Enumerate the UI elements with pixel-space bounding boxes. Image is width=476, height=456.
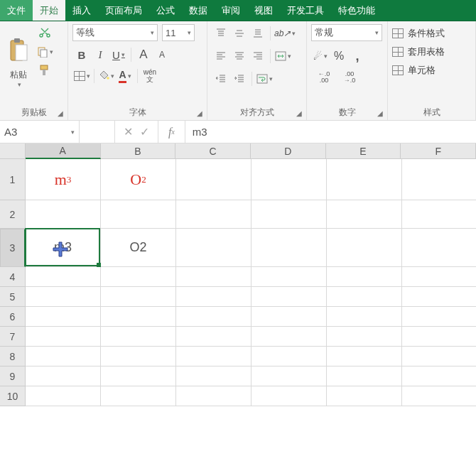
cell-D10[interactable]: [251, 386, 327, 406]
cell-A1[interactable]: m3: [26, 159, 101, 200]
decrease-decimal-button[interactable]: .00 →.0: [337, 69, 362, 86]
italic-button[interactable]: I: [92, 46, 109, 63]
conditional-formatting-button[interactable]: 条件格式: [392, 24, 471, 43]
cell-E4[interactable]: [327, 267, 402, 287]
dialog-launcher[interactable]: ◢: [56, 109, 65, 117]
cell-C7[interactable]: [176, 327, 251, 347]
copy-button[interactable]: ▾: [36, 43, 53, 60]
cell-D2[interactable]: [251, 200, 327, 229]
cell-A5[interactable]: [26, 287, 101, 307]
cell-B3[interactable]: O2: [101, 229, 176, 267]
cell-B10[interactable]: [101, 386, 176, 406]
comma-button[interactable]: ,: [349, 48, 366, 65]
percent-button[interactable]: %: [330, 48, 347, 65]
increase-indent-button[interactable]: [231, 70, 248, 87]
bold-button[interactable]: B: [73, 46, 90, 63]
cell-A9[interactable]: [26, 367, 101, 386]
cell-E8[interactable]: [327, 347, 402, 367]
column-header-E[interactable]: E: [326, 143, 401, 159]
cell-C6[interactable]: [176, 307, 251, 327]
column-header-B[interactable]: B: [101, 143, 176, 159]
cell-F9[interactable]: [402, 367, 476, 386]
align-middle-button[interactable]: [231, 25, 248, 42]
cell-E3[interactable]: [327, 229, 402, 267]
font-color-button[interactable]: A▾: [117, 67, 134, 85]
cell-C4[interactable]: [176, 267, 251, 287]
column-header-D[interactable]: D: [251, 143, 326, 159]
row-header-6[interactable]: 6: [0, 307, 26, 327]
tab-插入[interactable]: 插入: [65, 0, 98, 21]
fill-color-button[interactable]: ▾: [98, 67, 115, 85]
cell-styles-button[interactable]: 单元格: [392, 61, 471, 80]
cell-C3[interactable]: [176, 229, 251, 267]
align-center-button[interactable]: [231, 48, 248, 65]
row-header-1[interactable]: 1: [0, 159, 26, 200]
cell-C2[interactable]: [176, 200, 251, 229]
formula-input[interactable]: m3: [185, 126, 476, 138]
cell-E9[interactable]: [327, 367, 402, 386]
cell-F1[interactable]: [402, 159, 476, 200]
row-header-2[interactable]: 2: [0, 200, 26, 229]
tab-开发工具[interactable]: 开发工具: [280, 0, 331, 21]
merge-cells-button[interactable]: ▾: [274, 48, 291, 65]
cell-E1[interactable]: [327, 159, 402, 200]
column-header-C[interactable]: C: [175, 143, 251, 159]
cell-F7[interactable]: [402, 327, 476, 347]
cell-F8[interactable]: [402, 347, 476, 367]
tab-开始[interactable]: 开始: [33, 0, 65, 21]
align-top-button[interactable]: [212, 25, 229, 42]
cell-F5[interactable]: [402, 287, 476, 307]
cell-A8[interactable]: [26, 347, 101, 367]
cell-B1[interactable]: O2: [101, 159, 176, 200]
decrease-indent-button[interactable]: [212, 70, 229, 87]
cell-C5[interactable]: [176, 287, 251, 307]
cut-button[interactable]: [36, 25, 53, 42]
name-box[interactable]: A3 ▾: [0, 121, 80, 143]
row-header-9[interactable]: 9: [0, 367, 26, 386]
column-header-A[interactable]: A: [26, 143, 101, 159]
tab-页面布局[interactable]: 页面布局: [98, 0, 149, 21]
cell-D7[interactable]: [251, 327, 327, 347]
cell-A6[interactable]: [26, 307, 101, 327]
dialog-launcher[interactable]: ◢: [376, 109, 384, 117]
cell-E5[interactable]: [327, 287, 402, 307]
borders-button[interactable]: ▾: [73, 67, 90, 85]
tab-视图[interactable]: 视图: [247, 0, 280, 21]
paste-button[interactable]: 粘贴 ▾: [4, 24, 33, 88]
font-size-select[interactable]: 11 ▾: [162, 24, 195, 41]
row-header-8[interactable]: 8: [0, 347, 26, 367]
cell-D8[interactable]: [251, 347, 327, 367]
tab-公式[interactable]: 公式: [149, 0, 182, 21]
enter-icon[interactable]: ✓: [140, 125, 149, 139]
fx-button[interactable]: fx: [158, 121, 185, 143]
number-format-select[interactable]: 常规 ▾: [311, 24, 382, 41]
cell-B4[interactable]: [101, 267, 176, 287]
cell-E2[interactable]: [327, 200, 402, 229]
select-all-corner[interactable]: [0, 143, 26, 159]
cell-F3[interactable]: [402, 229, 476, 267]
dialog-launcher[interactable]: ◢: [295, 109, 303, 117]
cell-A7[interactable]: [26, 327, 101, 347]
cell-B2[interactable]: [101, 200, 176, 229]
cell-D3[interactable]: [251, 229, 327, 267]
format-as-table-button[interactable]: 套用表格: [392, 43, 471, 61]
shrink-font-button[interactable]: A: [153, 46, 171, 63]
cell-D9[interactable]: [251, 367, 327, 386]
tab-数据[interactable]: 数据: [182, 0, 215, 21]
cell-A10[interactable]: [26, 386, 101, 406]
align-right-button[interactable]: [249, 48, 266, 65]
row-header-10[interactable]: 10: [0, 386, 26, 406]
align-bottom-button[interactable]: [249, 25, 266, 42]
dialog-launcher[interactable]: ◢: [195, 109, 204, 117]
cell-B5[interactable]: [101, 287, 176, 307]
cell-F6[interactable]: [402, 307, 476, 327]
cell-F10[interactable]: [402, 386, 476, 406]
cell-B6[interactable]: [101, 307, 176, 327]
orientation-button[interactable]: ab↗▾: [274, 25, 296, 42]
cell-D6[interactable]: [251, 307, 327, 327]
cell-A4[interactable]: [26, 267, 101, 287]
cell-B8[interactable]: [101, 347, 176, 367]
row-header-5[interactable]: 5: [0, 287, 26, 307]
grow-font-button[interactable]: A: [135, 46, 152, 63]
cell-B7[interactable]: [101, 327, 176, 347]
